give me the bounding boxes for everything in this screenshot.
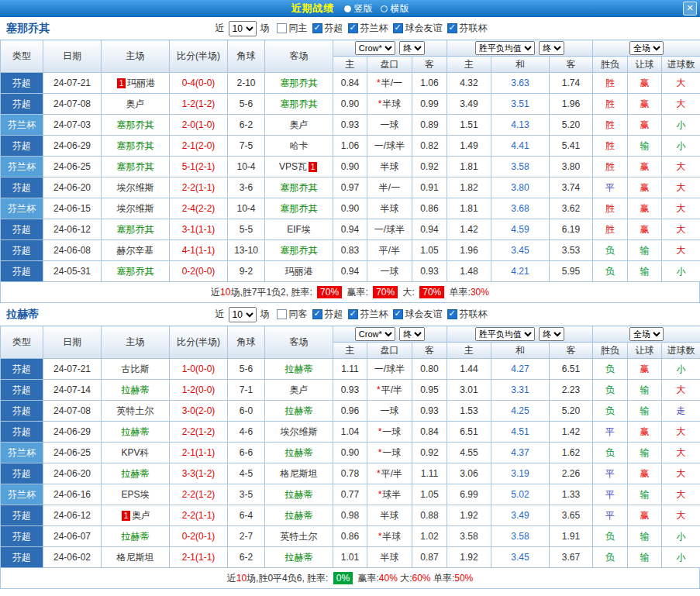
team-name[interactable]: 奥卢: [265, 380, 333, 401]
column-header-date: 日期: [43, 326, 102, 359]
team-name[interactable]: 塞那乔其: [265, 240, 333, 261]
goals-flag: 大: [662, 443, 700, 463]
asian-odds-state-select[interactable]: 终: [399, 41, 425, 55]
euro-odds-state-select[interactable]: 终: [539, 41, 564, 55]
filter-checkbox[interactable]: 球会友谊: [393, 308, 443, 321]
filter-checkbox[interactable]: 芬联杯: [447, 22, 488, 35]
team-name[interactable]: 拉赫蒂: [265, 401, 333, 422]
favorite-star-icon: *: [377, 384, 381, 395]
filter-checkbox[interactable]: 球会友谊: [393, 22, 443, 35]
checkbox-icon[interactable]: [312, 23, 322, 33]
team-name[interactable]: 拉赫蒂: [265, 505, 333, 526]
favorite-star-icon: *: [377, 468, 381, 479]
euro-odds-select[interactable]: 胜平负均值: [475, 327, 535, 341]
team-label: 赫尔辛基: [117, 245, 154, 256]
filter-checkbox[interactable]: 同主: [277, 22, 308, 35]
close-button[interactable]: ✕: [683, 2, 697, 16]
team-name[interactable]: 玛丽港: [265, 261, 333, 282]
corner-count: 4-5: [228, 463, 265, 484]
filter-checkbox[interactable]: 同客: [277, 308, 308, 321]
team-name[interactable]: 拉赫蒂: [102, 526, 170, 547]
checkbox-icon[interactable]: [312, 309, 322, 319]
filter-checkbox[interactable]: 芬超: [312, 308, 343, 321]
team-label: VPS瓦: [279, 161, 307, 172]
team-name[interactable]: 古比斯: [102, 359, 170, 380]
euro-home-odds: 4.32: [447, 73, 491, 94]
team-name[interactable]: 哈卡: [265, 136, 333, 157]
team-name[interactable]: 拉赫蒂: [102, 380, 170, 401]
euro-home-odds: 1.92: [447, 505, 491, 526]
checkbox-icon[interactable]: [447, 309, 457, 319]
layout-option[interactable]: 竖版: [344, 2, 373, 16]
team-name[interactable]: 格尼斯坦: [102, 547, 170, 568]
scope-select[interactable]: 全场: [629, 41, 664, 55]
scope-select[interactable]: 全场: [629, 327, 664, 341]
euro-odds-select[interactable]: 胜平负均值: [475, 41, 535, 55]
team-name[interactable]: 奥卢: [265, 115, 333, 136]
team-name[interactable]: 英特土尔: [265, 526, 333, 547]
checkbox-icon[interactable]: [277, 23, 287, 33]
checkbox-icon[interactable]: [393, 309, 403, 319]
team-name[interactable]: 塞那乔其: [102, 136, 170, 157]
checkbox-icon[interactable]: [277, 309, 287, 319]
team-name[interactable]: 塞那乔其: [265, 94, 333, 115]
table-head: 类型 日期 主场 比分(半场) 角球 客场 Crow* 终 胜平负均值 终 全场: [1, 326, 700, 359]
team-name[interactable]: 奥卢: [102, 94, 170, 115]
team-label: 塞那乔其: [117, 224, 154, 235]
team-name[interactable]: KPV科: [102, 443, 170, 463]
team-name[interactable]: 拉赫蒂: [265, 443, 333, 463]
team-name[interactable]: 赫尔辛基: [102, 240, 170, 261]
match-date: 24-06-12: [43, 505, 102, 526]
team-name[interactable]: EIF埃: [265, 219, 333, 240]
layout-option[interactable]: 横版: [381, 2, 409, 16]
team-name[interactable]: VPS瓦1: [265, 157, 333, 177]
checkbox-icon[interactable]: [348, 309, 358, 319]
games-count-select[interactable]: 10: [229, 21, 257, 36]
team-name[interactable]: 1玛丽港: [102, 73, 170, 94]
team-name[interactable]: 塞那乔其: [102, 115, 170, 136]
checkbox-icon[interactable]: [348, 23, 358, 33]
match-row: 芬超24-06-20拉赫蒂3-3(1-2)4-5格尼斯坦0.78*平/半1.11…: [1, 463, 700, 484]
odds-company-select[interactable]: Crow*: [355, 41, 395, 55]
filter-checkbox[interactable]: 芬超: [312, 22, 343, 35]
checkbox-icon[interactable]: [393, 23, 403, 33]
odds-company-select[interactable]: Crow*: [355, 327, 395, 341]
goals-flag: 大: [662, 94, 700, 115]
euro-odds-state-select[interactable]: 终: [539, 327, 564, 341]
team-name[interactable]: 塞那乔其: [265, 73, 333, 94]
league-type: 芬超: [1, 401, 43, 422]
team-section-away: 拉赫蒂 近10场同客芬超芬兰杯球会友谊芬联杯 类型 日期 主场 比分(半场) 角…: [0, 303, 700, 589]
team-name[interactable]: 埃尔维斯: [265, 422, 333, 443]
games-count-select[interactable]: 10: [229, 307, 257, 322]
team-name[interactable]: 拉赫蒂: [265, 484, 333, 505]
team-name[interactable]: 英特土尔: [102, 401, 170, 422]
filter-checkbox[interactable]: 芬兰杯: [348, 22, 388, 35]
team-name[interactable]: EPS埃: [102, 484, 170, 505]
team-name[interactable]: 拉赫蒂: [265, 359, 333, 380]
team-name[interactable]: 格尼斯坦: [265, 463, 333, 484]
euro-away-odds: 2.23: [550, 380, 593, 401]
team-name[interactable]: 塞那乔其: [102, 261, 170, 282]
handicap-result-flag: 赢: [628, 94, 662, 115]
corner-count: 6-2: [228, 115, 265, 136]
team-name[interactable]: 塞那乔其: [102, 157, 170, 177]
goals-flag: 大: [662, 198, 700, 219]
team-name[interactable]: 拉赫蒂: [102, 422, 170, 443]
euro-draw-odds: 3.58: [491, 157, 550, 177]
checkbox-icon[interactable]: [447, 23, 457, 33]
asian-odds-state-select[interactable]: 终: [399, 327, 425, 341]
team-name[interactable]: 埃尔维斯: [102, 177, 170, 198]
team-label: 埃尔维斯: [117, 203, 154, 214]
team-name[interactable]: 塞那乔其: [102, 219, 170, 240]
radio-icon[interactable]: [344, 5, 351, 12]
team-name[interactable]: 拉赫蒂: [102, 463, 170, 484]
filter-checkbox[interactable]: 芬联杯: [447, 308, 488, 321]
team-name[interactable]: 塞那乔其: [265, 198, 333, 219]
team-name[interactable]: 塞那乔其: [265, 177, 333, 198]
euro-draw-odds: 4.13: [491, 115, 550, 136]
radio-icon[interactable]: [381, 5, 388, 12]
team-name[interactable]: 埃尔维斯: [102, 198, 170, 219]
team-name[interactable]: 1奥卢: [102, 505, 170, 526]
team-name[interactable]: 拉赫蒂: [265, 547, 333, 568]
filter-checkbox[interactable]: 芬兰杯: [348, 308, 388, 321]
